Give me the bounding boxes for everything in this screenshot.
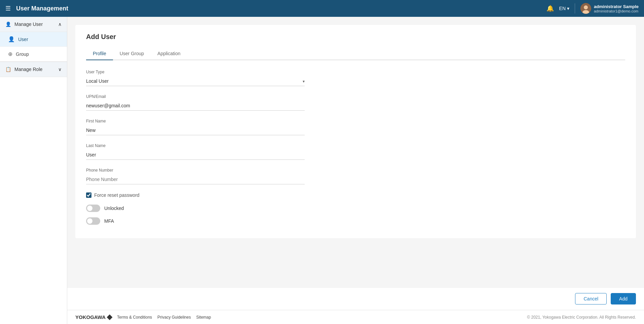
mfa-toggle-group: MFA <box>86 217 625 225</box>
sitemap-link[interactable]: Sitemap <box>196 315 211 320</box>
manage-user-collapse-icon: ∧ <box>58 22 62 27</box>
mfa-label: MFA <box>104 218 114 224</box>
user-email: administrator1@demo.com <box>594 9 639 13</box>
manage-role-label: Manage Role <box>14 67 42 72</box>
manage-role-icon: 📋 <box>5 67 11 72</box>
layout: 👤 Manage User ∧ 👤 User ⊕ Group 📋 Manage … <box>0 17 644 324</box>
footer-left: YOKOGAWA Terms & Conditions Privacy Guid… <box>75 314 211 320</box>
svg-point-1 <box>584 5 588 9</box>
last-name-label: Last Name <box>86 143 625 148</box>
footer-links: Terms & Conditions Privacy Guidelines Si… <box>117 315 211 320</box>
main-content: Add User Profile User Group Application … <box>67 17 644 324</box>
upn-email-input[interactable] <box>86 101 305 111</box>
unlocked-toggle-group: Unlocked <box>86 205 625 212</box>
brand-diamond-icon <box>107 314 113 320</box>
privacy-link[interactable]: Privacy Guidelines <box>157 315 191 320</box>
terms-link[interactable]: Terms & Conditions <box>117 315 152 320</box>
manage-user-label: Manage User <box>14 22 43 27</box>
add-user-card: Add User Profile User Group Application … <box>75 25 636 238</box>
header-divider <box>575 3 575 13</box>
upn-email-group: UPN/Email <box>86 94 625 111</box>
first-name-group: First Name <box>86 119 625 135</box>
manage-user-header[interactable]: 👤 Manage User ∧ <box>0 17 67 32</box>
brand-name: YOKOGAWA <box>75 314 106 320</box>
footer: YOKOGAWA Terms & Conditions Privacy Guid… <box>67 310 644 324</box>
force-reset-label[interactable]: Force reset password <box>94 192 140 198</box>
user-type-select-wrapper: Local User LDAP User ▾ <box>86 76 305 86</box>
manage-user-header-left: 👤 Manage User <box>5 22 43 27</box>
action-bar: Cancel Add <box>67 287 644 310</box>
last-name-group: Last Name <box>86 143 625 160</box>
user-type-label: User Type <box>86 70 625 74</box>
sidebar: 👤 Manage User ∧ 👤 User ⊕ Group 📋 Manage … <box>0 17 67 324</box>
first-name-input[interactable] <box>86 125 305 135</box>
user-icon: 👤 <box>8 36 15 42</box>
header-right: 🔔 EN ▾ administrator Sample administrato… <box>546 3 639 14</box>
manage-user-icon: 👤 <box>5 22 11 27</box>
add-button[interactable]: Add <box>611 293 636 304</box>
language-label: EN <box>559 6 566 11</box>
content-area: Add User Profile User Group Application … <box>67 17 644 287</box>
unlocked-label: Unlocked <box>104 206 124 211</box>
menu-icon[interactable]: ☰ <box>5 5 11 12</box>
footer-brand: YOKOGAWA <box>75 314 112 320</box>
sidebar-item-user-label: User <box>18 37 28 42</box>
language-arrow-icon: ▾ <box>567 6 569 11</box>
user-info: administrator Sample administrator1@demo… <box>594 4 639 13</box>
page-title: Add User <box>86 33 625 41</box>
first-name-label: First Name <box>86 119 625 123</box>
sidebar-item-user[interactable]: 👤 User <box>0 32 67 47</box>
group-icon: ⊕ <box>8 51 12 57</box>
phone-number-group: Phone Number <box>86 168 625 184</box>
language-selector[interactable]: EN ▾ <box>559 6 569 11</box>
manage-role-left: 📋 Manage Role <box>5 67 42 72</box>
unlocked-toggle-slider <box>86 205 100 212</box>
profile-form: User Type Local User LDAP User ▾ UPN/Ema… <box>86 70 625 225</box>
cancel-button[interactable]: Cancel <box>575 293 607 304</box>
force-reset-checkbox[interactable] <box>86 192 91 198</box>
sidebar-item-group-label: Group <box>16 51 29 57</box>
header: ☰ User Management 🔔 EN ▾ administrator S… <box>0 0 644 17</box>
notification-bell-icon[interactable]: 🔔 <box>546 5 554 12</box>
user-type-group: User Type Local User LDAP User ▾ <box>86 70 625 86</box>
copyright-text: © 2021, Yokogawa Electric Corporation. A… <box>527 315 636 320</box>
unlocked-toggle[interactable] <box>86 205 100 212</box>
manage-role-expand-icon: ∨ <box>58 67 62 72</box>
tab-application[interactable]: Application <box>151 47 187 60</box>
sidebar-item-group[interactable]: ⊕ Group <box>0 47 67 62</box>
mfa-toggle[interactable] <box>86 217 100 225</box>
force-reset-group: Force reset password <box>86 192 625 198</box>
last-name-input[interactable] <box>86 150 305 160</box>
app-title: User Management <box>16 5 546 12</box>
manage-role-header[interactable]: 📋 Manage Role ∨ <box>0 62 67 77</box>
phone-number-label: Phone Number <box>86 168 625 173</box>
manage-user-section: 👤 Manage User ∧ 👤 User ⊕ Group <box>0 17 67 62</box>
mfa-toggle-slider <box>86 217 100 225</box>
tab-profile[interactable]: Profile <box>86 47 113 60</box>
upn-email-label: UPN/Email <box>86 94 625 99</box>
tab-bar: Profile User Group Application <box>86 47 625 60</box>
avatar <box>580 3 591 14</box>
user-name: administrator Sample <box>594 4 639 9</box>
phone-number-input[interactable] <box>86 175 305 184</box>
user-profile-button[interactable]: administrator Sample administrator1@demo… <box>580 3 639 14</box>
tab-user-group[interactable]: User Group <box>113 47 151 60</box>
user-type-select[interactable]: Local User LDAP User <box>86 76 305 86</box>
